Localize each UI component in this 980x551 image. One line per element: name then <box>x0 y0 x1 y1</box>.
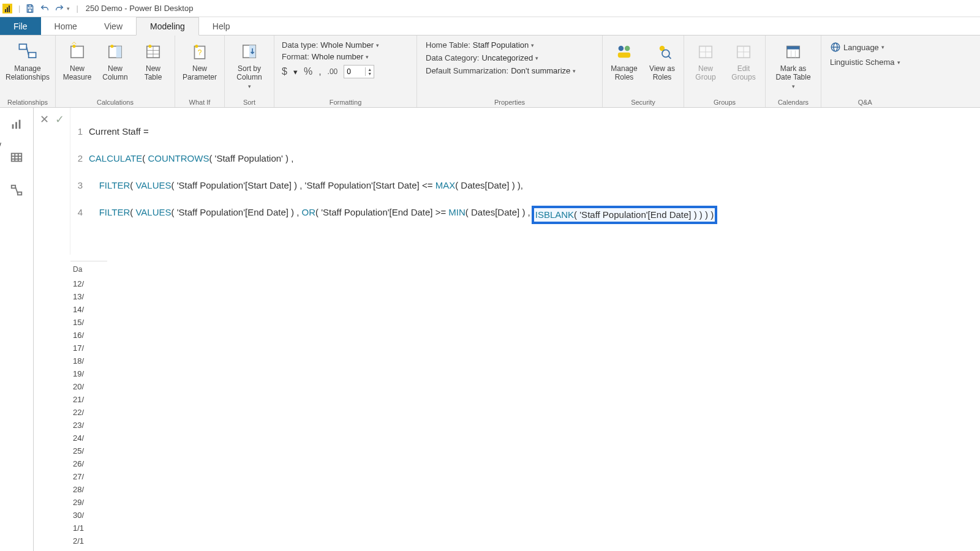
table-row[interactable]: 19/ <box>70 367 95 380</box>
table-row[interactable]: 14/ <box>70 303 95 316</box>
new-table-button[interactable]: New Table <box>135 38 171 82</box>
qat-separator-2: | <box>76 4 78 13</box>
linguistic-schema-button[interactable]: Linguistic Schema ▾ <box>830 58 900 67</box>
relationships-icon <box>17 40 39 62</box>
group-whatif: ? New Parameter What If <box>175 36 225 107</box>
svg-point-9 <box>110 45 113 48</box>
svg-line-4 <box>26 47 28 55</box>
spin-down-icon[interactable]: ▼ <box>366 72 374 76</box>
new-group-icon <box>695 40 717 62</box>
default-summarization-selector[interactable]: Default Summarization: Don't summarize ▾ <box>426 66 594 75</box>
chevron-down-icon: ▾ <box>573 68 576 74</box>
table-row[interactable]: 25/ <box>70 444 95 457</box>
new-measure-button[interactable]: New Measure <box>59 38 95 82</box>
menu-modeling[interactable]: Modeling <box>136 17 199 36</box>
spin-up-icon[interactable]: ▲ <box>366 67 374 72</box>
chevron-down-icon[interactable]: ▾ <box>293 67 298 77</box>
manage-roles-button[interactable]: Manage Roles <box>606 38 642 82</box>
content-area: ✕ ✓ Date 1/06/ 1Current Staff = 2CALCULA… <box>0 108 980 551</box>
svg-point-14 <box>148 45 151 48</box>
table-row[interactable]: 3/1 <box>70 547 95 551</box>
table-row[interactable]: 13/ <box>70 290 95 303</box>
menu-view[interactable]: View <box>91 17 136 35</box>
ribbon: Manage Relationships Relationships New M… <box>0 36 980 108</box>
window-title: 250 Demo - Power BI Desktop <box>86 4 194 13</box>
group-groups: New Group Edit Groups Groups <box>684 36 766 107</box>
data-grid[interactable]: Da 12/13/14/15/16/17/18/19/20/21/22/23/2… <box>70 261 980 551</box>
edit-groups-icon <box>733 40 755 62</box>
view-roles-icon <box>651 40 673 62</box>
table-row[interactable]: 27/ <box>70 470 95 483</box>
table-row[interactable]: 30/ <box>70 509 95 522</box>
svg-text:?: ? <box>198 48 202 57</box>
table-row[interactable]: 21/ <box>70 393 95 406</box>
language-button[interactable]: Language ▾ <box>830 42 900 53</box>
edit-groups-button[interactable]: Edit Groups <box>726 38 761 82</box>
chevron-down-icon: ▾ <box>376 42 379 48</box>
new-parameter-button[interactable]: ? New Parameter <box>179 38 221 82</box>
chevron-down-icon: ▾ <box>881 44 884 50</box>
table-row[interactable]: 2/1 <box>70 534 95 547</box>
new-group-button[interactable]: New Group <box>688 38 723 82</box>
group-sort: Sort by Column ▾ Sort <box>225 36 274 107</box>
group-security: Manage Roles View as Roles Security <box>603 36 684 107</box>
table-row[interactable]: 22/ <box>70 406 95 419</box>
sort-by-column-button[interactable]: Sort by Column ▾ <box>228 38 270 89</box>
table-icon <box>142 40 164 62</box>
svg-point-6 <box>72 45 75 48</box>
data-category-selector[interactable]: Data Category: Uncategorized ▾ <box>426 53 594 62</box>
group-qa: Language ▾ Linguistic Schema ▾ Q&A <box>821 36 909 107</box>
menu-home[interactable]: Home <box>41 17 91 35</box>
table-row[interactable]: 17/ <box>70 342 95 354</box>
group-calculations: New Measure New Column New Table Calcula… <box>56 36 175 107</box>
manage-relationships-button[interactable]: Manage Relationships <box>4 38 51 82</box>
svg-line-25 <box>668 56 671 59</box>
svg-point-17 <box>195 45 198 48</box>
decimal-places-input[interactable]: ▲▼ <box>344 65 374 78</box>
title-bar: | ▾ | 250 Demo - Power BI Desktop <box>0 0 980 17</box>
table-row[interactable]: 23/ <box>70 419 95 432</box>
table-row[interactable]: 15/ <box>70 316 95 329</box>
decimal-icon: .00 <box>328 67 338 76</box>
home-table-selector[interactable]: Home Table: Staff Population ▾ <box>426 40 594 50</box>
svg-rect-5 <box>71 47 83 58</box>
menu-help[interactable]: Help <box>199 17 244 35</box>
menu-file[interactable]: File <box>0 17 41 35</box>
chevron-down-icon: ▾ <box>897 59 900 66</box>
svg-rect-0 <box>29 5 32 7</box>
table-row[interactable]: 20/ <box>70 380 95 393</box>
qat-dropdown-icon[interactable]: ▾ <box>67 6 70 12</box>
group-relationships: Manage Relationships Relationships <box>0 36 56 107</box>
group-formatting: Data type: Whole Number ▾ Format: Whole … <box>274 36 417 107</box>
table-row[interactable]: 29/ <box>70 496 95 509</box>
view-as-roles-button[interactable]: View as Roles <box>644 38 680 82</box>
table-row[interactable]: 16/ <box>70 329 95 342</box>
save-icon[interactable] <box>24 2 36 15</box>
redo-icon[interactable] <box>53 2 66 15</box>
manage-roles-icon <box>613 40 635 62</box>
new-column-button[interactable]: New Column <box>97 38 133 82</box>
format-selector[interactable]: Format: Whole number ▾ <box>282 52 409 61</box>
mark-date-table-button[interactable]: Mark as Date Table ▾ <box>769 38 817 89</box>
svg-rect-2 <box>19 44 26 50</box>
table-row[interactable]: 1/1 <box>70 522 95 534</box>
formula-bar[interactable]: ✕ ✓ Date 1/06/ 1Current Staff = 2CALCULA… <box>34 108 980 255</box>
table-row[interactable]: 18/ <box>70 354 95 367</box>
datatype-selector[interactable]: Data type: Whole Number ▾ <box>282 40 409 50</box>
percent-button[interactable]: % <box>304 66 312 77</box>
dax-editor[interactable]: 1Current Staff = 2CALCULATE( COUNTROWS( … <box>70 108 980 255</box>
thousands-button[interactable]: , <box>318 66 321 77</box>
table-row[interactable]: 24/ <box>70 432 95 444</box>
globe-icon <box>830 42 841 53</box>
table-row[interactable]: 12/ <box>70 277 95 290</box>
calendar-icon <box>782 40 804 62</box>
parameter-icon: ? <box>189 40 211 62</box>
svg-point-24 <box>662 50 669 57</box>
table-row[interactable]: 26/ <box>70 457 95 470</box>
svg-point-20 <box>619 46 624 51</box>
currency-button[interactable]: $ <box>282 66 287 77</box>
column-icon <box>104 40 126 62</box>
table-row[interactable]: 28/ <box>70 483 95 496</box>
date-cell: 1/06/ <box>0 141 1 150</box>
undo-icon[interactable] <box>39 2 51 15</box>
